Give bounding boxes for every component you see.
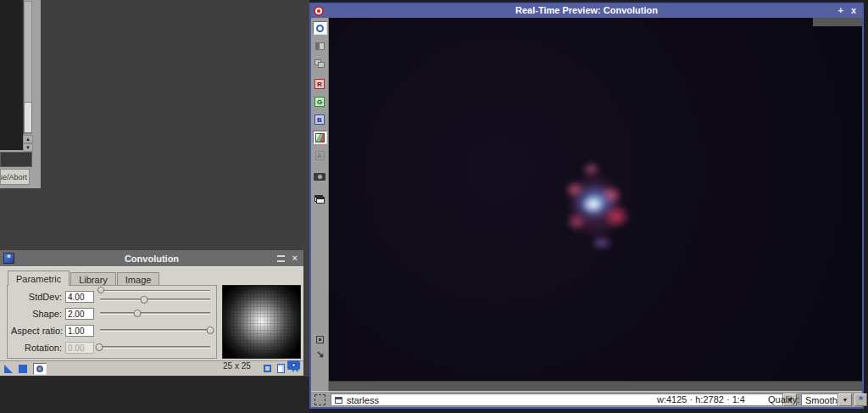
screenshot-button[interactable] [313, 170, 327, 183]
browse-documentation-icon[interactable] [264, 365, 271, 372]
rotation-slider-handle[interactable] [96, 343, 103, 351]
console-scrollbar-thumb[interactable] [24, 102, 32, 133]
shape-slider-handle[interactable] [133, 310, 141, 317]
camera-icon[interactable] [287, 360, 300, 370]
image-info-text: w:4125 · h:2782 · 1:4 [657, 394, 745, 405]
stddev-slider[interactable] [98, 288, 213, 305]
realtime-preview-button[interactable] [33, 363, 47, 375]
rotation-slider[interactable] [98, 339, 213, 356]
stddev-row: StdDev: [11, 288, 213, 305]
preview-left-toolbar: R G B A ↘ → ← [311, 18, 329, 391]
crab-nebula-image [546, 149, 644, 261]
window-stack-button[interactable] [313, 193, 327, 206]
alpha-channel-icon: A [315, 151, 325, 160]
kernel-preview [222, 285, 301, 359]
process-snowflake-icon[interactable]: * [854, 393, 867, 406]
view-name: starless [347, 395, 379, 405]
box-icon [316, 336, 324, 343]
split-view-button[interactable] [313, 39, 327, 53]
realtime-preview-window: Real-Time Preview: Convolution + x R G B… [309, 3, 864, 409]
tab-parametric[interactable]: Parametric [8, 271, 70, 286]
convolution-tabs: Parametric Library Image [8, 271, 160, 286]
fit-view-icon[interactable] [314, 394, 326, 405]
green-channel-icon: G [314, 97, 325, 107]
quality-dropdown-button[interactable]: ▼ [838, 393, 852, 406]
shape-label: Shape: [11, 309, 65, 319]
rotation-row: Rotation: [11, 339, 213, 356]
green-channel-button[interactable]: G [313, 95, 327, 109]
rotation-label: Rotation: [11, 343, 65, 353]
aspect-ratio-slider[interactable] [98, 322, 213, 339]
stf-target-button[interactable] [313, 21, 327, 35]
red-channel-icon: R [314, 79, 325, 89]
right-arrow-icon: → [315, 364, 325, 373]
split-view-icon [315, 42, 325, 50]
preview-image-area[interactable] [329, 18, 862, 381]
shape-row: Shape: [11, 305, 213, 322]
stddev-slider-handle[interactable] [141, 296, 148, 304]
rotation-input [65, 342, 94, 354]
alpha-channel-button[interactable]: A [313, 148, 327, 162]
workspace-background-strip [0, 377, 309, 413]
image-window-icon [335, 397, 342, 404]
aspect-ratio-slider-handle[interactable] [207, 326, 214, 334]
convolution-dialog: * Convolution × Parametric Library Image… [0, 250, 304, 377]
quality-label: Quality: [768, 394, 799, 405]
process-console-window: ▲ ▼ se/Abort [0, 0, 41, 188]
pixinsight-workspace: ▲ ▼ se/Abort * Convolution × Parametric … [0, 0, 868, 413]
preview-statusbar: starless ▼ w:4125 · h:2782 · 1:4 Quality… [311, 391, 862, 407]
toolbar-bottom-group: ↘ → ← [311, 332, 329, 390]
realtime-preview-icon [36, 366, 43, 372]
preview-window-title: Real-Time Preview: Convolution [311, 5, 862, 15]
next-view-button[interactable]: → [313, 361, 327, 375]
scroll-up-arrow-icon[interactable]: ▲ [23, 135, 33, 143]
rgb-channel-icon [315, 133, 325, 142]
maximize-icon[interactable]: + [838, 5, 843, 15]
kernel-size-label: 25 x 25 [223, 361, 251, 371]
background-panel-edge [813, 18, 862, 26]
zoom-box-button[interactable] [313, 332, 327, 346]
quality-select[interactable]: Smooth [801, 393, 838, 406]
duplicate-view-button[interactable] [313, 57, 327, 70]
rgb-channel-button[interactable] [313, 131, 327, 144]
red-channel-button[interactable]: R [313, 77, 327, 91]
camera-icon [314, 173, 326, 181]
scroll-down-arrow-icon[interactable]: ▼ [23, 143, 33, 152]
pan-mode-button[interactable]: ↘ [313, 347, 327, 360]
preview-main: R G B A ↘ → ← [311, 18, 862, 391]
apply-icon[interactable] [19, 365, 27, 373]
tab-library[interactable]: Library [70, 272, 116, 286]
target-circle-icon [316, 25, 324, 32]
duplicate-icon [314, 59, 325, 68]
stddev-input[interactable] [65, 291, 94, 303]
aspect-ratio-input[interactable] [65, 325, 94, 337]
new-instance-icon[interactable] [4, 365, 13, 373]
convolution-dialog-title: Convolution [0, 254, 303, 264]
horizontal-scrollbar[interactable] [329, 381, 862, 391]
shade-window-icon[interactable] [277, 255, 285, 262]
diagonal-arrow-icon: ↘ [316, 349, 324, 359]
close-icon[interactable]: × [292, 254, 298, 263]
preview-titlebar[interactable]: Real-Time Preview: Convolution + x [311, 4, 862, 18]
shape-input[interactable] [65, 308, 94, 320]
stacked-windows-icon [314, 195, 325, 204]
console-input-bar [0, 152, 32, 167]
pause-abort-button[interactable]: se/Abort [0, 169, 30, 185]
edit-instance-icon[interactable] [277, 364, 285, 373]
left-arrow-icon: ← [315, 378, 325, 388]
preview-viewport-column [329, 18, 862, 391]
blue-channel-icon: B [314, 114, 325, 125]
convolution-titlebar[interactable]: * Convolution × [0, 250, 303, 266]
stddev-fine-slider-handle[interactable] [97, 287, 104, 293]
shape-slider[interactable] [98, 305, 213, 322]
stddev-label: StdDev: [11, 292, 65, 302]
convolution-body: Parametric Library Image StdDev: Shape [0, 266, 303, 360]
close-icon[interactable]: x [851, 5, 856, 15]
aspect-ratio-row: Aspect ratio: [11, 322, 213, 339]
prev-view-button[interactable]: ← [313, 376, 327, 389]
blue-channel-button[interactable]: B [313, 113, 327, 126]
aspect-ratio-label: Aspect ratio: [11, 326, 65, 336]
convolution-footer: ✕ [0, 360, 303, 376]
parametric-panel: StdDev: Shape: [7, 285, 217, 359]
tab-image[interactable]: Image [117, 272, 160, 286]
